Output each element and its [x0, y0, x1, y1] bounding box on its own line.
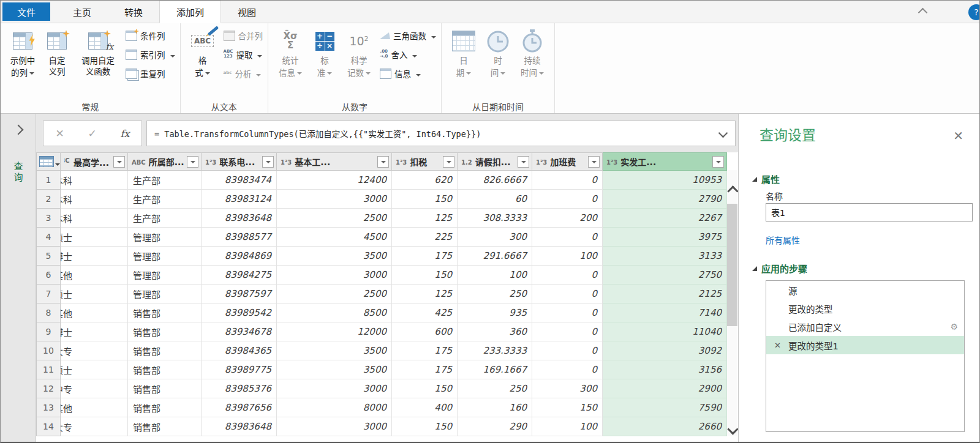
table-cell[interactable]: 3000	[277, 379, 392, 398]
row-number[interactable]: 1	[37, 171, 61, 190]
time-button[interactable]: 时 间	[481, 24, 515, 78]
table-cell[interactable]: 300	[458, 228, 532, 247]
table-cell[interactable]: 本科	[61, 190, 128, 209]
table-cell[interactable]: 硕士	[61, 360, 128, 379]
table-cell[interactable]: 8500	[277, 303, 392, 322]
table-cell[interactable]: 其他	[61, 398, 128, 417]
table-cell[interactable]: 83983474	[202, 171, 277, 190]
filter-icon[interactable]	[377, 156, 389, 168]
table-cell[interactable]: 83984869	[202, 247, 277, 266]
table-cell[interactable]: 2500	[277, 285, 392, 303]
properties-section-header[interactable]: 属性	[752, 173, 780, 185]
col-phone[interactable]: 1²3联系电...	[202, 153, 277, 171]
table-cell[interactable]: 0	[532, 322, 603, 341]
scrollbar-thumb[interactable]	[727, 204, 737, 326]
query-name-input[interactable]	[766, 203, 973, 222]
table-cell[interactable]: 0	[532, 360, 603, 379]
table-cell[interactable]: 销售部	[128, 303, 202, 322]
delete-step-icon[interactable]: ✕	[774, 341, 781, 350]
col-leave-deduction[interactable]: 1.2请假扣...	[458, 153, 532, 171]
trigonometry-button[interactable]: 三角函数	[380, 29, 436, 42]
row-number[interactable]: 7	[37, 285, 61, 303]
table-cell[interactable]: 200	[532, 209, 603, 228]
close-icon[interactable]: ✕	[953, 130, 963, 142]
table-cell[interactable]: 硕士	[61, 285, 128, 303]
table-cell[interactable]: 销售部	[128, 360, 202, 379]
expand-formula-bar-icon[interactable]	[718, 128, 728, 138]
table-cell[interactable]: 生产部	[128, 190, 202, 209]
table-cell[interactable]: 硕士	[61, 228, 128, 247]
table-cell[interactable]: 管理部	[128, 266, 202, 285]
all-properties-link[interactable]: 所有属性	[766, 234, 800, 246]
help-button[interactable]: ?	[968, 4, 980, 20]
table-cell[interactable]: 生产部	[128, 209, 202, 228]
col-department[interactable]: ABC所属部...	[128, 153, 202, 171]
table-cell[interactable]: 60	[458, 190, 532, 209]
table-cell[interactable]: 0	[532, 285, 603, 303]
table-cell[interactable]: 0	[532, 171, 603, 190]
table-cell[interactable]: 83987597	[202, 285, 277, 303]
table-cell[interactable]: 83934678	[202, 322, 277, 341]
table-cell[interactable]: 2500	[277, 209, 392, 228]
filter-icon[interactable]	[113, 156, 125, 168]
standard-button[interactable]: +−÷× 标 准	[307, 24, 342, 78]
table-cell[interactable]: 175	[392, 360, 458, 379]
table-cell[interactable]: 83983648	[202, 417, 277, 436]
table-cell[interactable]: 83987656	[202, 398, 277, 417]
table-cell[interactable]: 169.1667	[458, 360, 532, 379]
check-icon[interactable]: ✓	[88, 127, 97, 140]
table-cell[interactable]: 425	[392, 303, 458, 322]
filter-icon[interactable]	[518, 156, 529, 168]
table-cell[interactable]: 0	[532, 266, 603, 285]
table-cell[interactable]: 600	[392, 322, 458, 341]
table-cell[interactable]: 935	[458, 303, 532, 322]
table-cell[interactable]: 10953	[603, 171, 727, 190]
tab-transform[interactable]: 转换	[108, 1, 159, 23]
filter-icon[interactable]	[187, 156, 198, 168]
tab-add-column[interactable]: 添加列	[159, 1, 221, 23]
col-overtime[interactable]: 1²3加班费	[532, 153, 603, 171]
table-cell[interactable]: 0	[532, 303, 603, 322]
table-cell[interactable]: 7590	[603, 398, 727, 417]
table-cell[interactable]: 100	[458, 266, 532, 285]
table-cell[interactable]: 2660	[603, 417, 727, 436]
table-cell[interactable]: 2790	[603, 190, 727, 209]
col-education[interactable]: ABC最高学...	[61, 153, 128, 171]
row-number[interactable]: 4	[37, 228, 61, 247]
table-cell[interactable]: 本科	[61, 171, 128, 190]
custom-column-button[interactable]: 自定 义列	[40, 24, 74, 77]
extract-button[interactable]: ABC 123 提取	[224, 48, 263, 61]
table-cell[interactable]: 160	[458, 398, 532, 417]
table-cell[interactable]: 150	[392, 190, 458, 209]
table-cell[interactable]: 12000	[277, 322, 392, 341]
formula-input[interactable]: = Table.TransformColumnTypes(已添加自定义,{{"实…	[146, 121, 736, 146]
table-cell[interactable]: 175	[392, 247, 458, 266]
table-cell[interactable]: 大专	[61, 417, 128, 436]
table-cell[interactable]: 3133	[603, 247, 727, 266]
table-cell[interactable]: 销售部	[128, 417, 202, 436]
table-cell[interactable]: 360	[458, 322, 532, 341]
column-from-examples-button[interactable]: 示例中 的列	[6, 24, 40, 78]
table-cell[interactable]: 其他	[61, 303, 128, 322]
parse-button[interactable]: abc 分析	[224, 67, 263, 80]
table-cell[interactable]: 3000	[277, 417, 392, 436]
col-tax[interactable]: 1²3扣税	[392, 153, 458, 171]
row-number[interactable]: 2	[37, 190, 61, 209]
row-number[interactable]: 12	[37, 379, 61, 398]
table-cell[interactable]: 2125	[603, 285, 727, 303]
collapse-ribbon-button[interactable]	[919, 7, 929, 17]
table-cell[interactable]: 3500	[277, 247, 392, 266]
applied-steps-section-header[interactable]: 应用的步骤	[752, 262, 807, 275]
table-cell[interactable]: 0	[532, 228, 603, 247]
filter-icon[interactable]	[262, 156, 274, 168]
table-cell[interactable]: 400	[392, 398, 458, 417]
row-number[interactable]: 11	[37, 360, 61, 379]
table-cell[interactable]: 83989542	[202, 303, 277, 322]
applied-step[interactable]: 源	[766, 281, 964, 299]
tab-file[interactable]: 文件	[2, 2, 50, 21]
merge-columns-button[interactable]: 合并列	[224, 29, 263, 42]
table-cell[interactable]: 管理部	[128, 285, 202, 303]
table-cell[interactable]: 150	[392, 417, 458, 436]
statistics-button[interactable]: X̄σ Σ 统计 信息	[273, 24, 307, 78]
scientific-button[interactable]: 102 科学 记数	[342, 24, 376, 78]
